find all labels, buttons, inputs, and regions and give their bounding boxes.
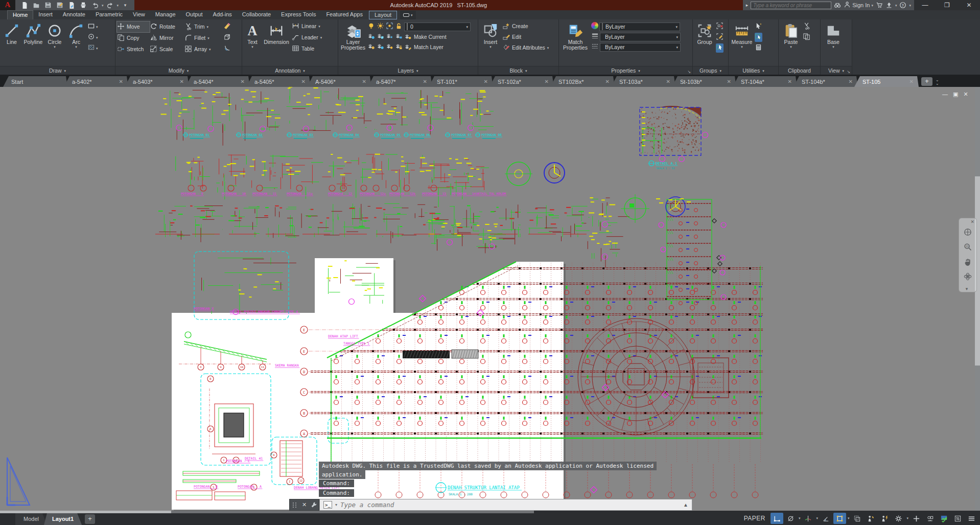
ribbon-table-button[interactable]: Table	[292, 44, 322, 53]
ribbon-tab-express-tools[interactable]: Express Tools	[276, 10, 321, 19]
doc-close-button[interactable]: ✕	[963, 91, 968, 98]
ribbon-layer-properties-button[interactable]: Layer Properties	[340, 21, 366, 66]
undo-button[interactable]	[90, 1, 100, 10]
ribbon-panel-modify-footer[interactable]: Modify▾	[115, 66, 242, 75]
close-icon[interactable]: ✕	[605, 79, 610, 84]
qat-customize-button[interactable]: ▾	[120, 1, 130, 10]
file-tab-st102bx[interactable]: ST102Bx*✕	[550, 76, 615, 87]
ribbon-linear-button[interactable]: Linear▾	[292, 22, 322, 30]
close-command-line-icon[interactable]: ✕	[299, 499, 309, 510]
ribbon-edit-attributes-button[interactable]: Edit Attributes▾	[502, 43, 549, 52]
file-tab-a-5404[interactable]: a-5404*✕	[185, 76, 250, 87]
vertical-scrollbar[interactable]	[975, 87, 980, 511]
close-icon[interactable]: ✕	[849, 79, 853, 84]
ribbon-trim-button[interactable]: Trim▾	[184, 21, 223, 32]
annotation-monitor-icon[interactable]	[910, 513, 923, 524]
command-expand-icon[interactable]: ▲	[683, 502, 688, 508]
paper-space-toggle[interactable]: PAPER	[744, 515, 765, 522]
ribbon-panel-clipboard-footer[interactable]: Clipboard	[779, 66, 820, 75]
new-file-button[interactable]	[19, 1, 30, 10]
ribbon-cut-button[interactable]	[803, 22, 810, 31]
grid-display-icon[interactable]	[784, 513, 797, 524]
layer-combo[interactable]: 0▾	[404, 22, 471, 31]
ribbon-tab-add-ins[interactable]: Add-ins	[208, 10, 237, 19]
search-button[interactable]	[834, 2, 841, 9]
ribbon-panel-block-footer[interactable]: Block▾	[478, 66, 558, 75]
workspace-switching-icon[interactable]	[892, 513, 905, 524]
ribbon-tab-home[interactable]: Home	[7, 10, 33, 19]
file-tab-st-104a[interactable]: ST-104a*✕	[733, 76, 797, 87]
close-icon[interactable]: ✕	[180, 79, 184, 84]
ribbon-tab-insert[interactable]: Insert	[33, 10, 58, 19]
file-tab-st-104b[interactable]: ST-104b*✕	[794, 76, 858, 87]
infocenter-toggle-icon[interactable]: ▸	[746, 3, 749, 8]
command-input[interactable]	[340, 501, 680, 509]
orbit-icon[interactable]	[963, 272, 972, 283]
doc-restore-button[interactable]: ▣	[953, 91, 958, 98]
ribbon-tab-annotate[interactable]: Annotate	[58, 10, 90, 19]
application-menu-button[interactable]: A	[0, 0, 15, 10]
close-icon[interactable]: ✕	[909, 79, 914, 84]
ribbon-panel-layers-footer[interactable]: Layers▾	[338, 66, 478, 75]
ribbon-group-button[interactable]: Group	[694, 21, 715, 66]
file-tab-st-103b[interactable]: St-103b*✕	[672, 76, 736, 87]
pan-icon[interactable]	[963, 257, 972, 268]
ribbon-tab-collaborate[interactable]: Collaborate	[237, 10, 276, 19]
sign-in-button[interactable]: Sign In▾	[844, 1, 873, 9]
file-tab-st-105[interactable]: ST-105✕	[854, 76, 919, 87]
file-tab-start[interactable]: Start	[3, 76, 67, 87]
file-tab-a-5402[interactable]: a-5402*✕	[64, 76, 128, 87]
close-icon[interactable]: ✕	[241, 79, 245, 84]
autodesk-exchange-button[interactable]	[885, 2, 893, 9]
ribbon-make-current-button[interactable]: Make Current	[404, 33, 447, 41]
zoom-icon[interactable]: 2D	[963, 242, 972, 254]
close-icon[interactable]: ✕	[666, 79, 670, 84]
ribbon-line-button[interactable]: Line	[2, 21, 22, 66]
new-drawing-tab-button[interactable]: +	[921, 77, 932, 86]
selection-cycling-icon[interactable]	[851, 513, 864, 524]
ribbon-leader-button[interactable]: Leader▾	[292, 33, 322, 41]
ribbon-create-block-button[interactable]: Create	[502, 22, 549, 30]
ribbon-display-toggle[interactable]: ▾	[400, 11, 416, 19]
minimize-button[interactable]: —	[914, 0, 936, 10]
ribbon-panel-groups-footer[interactable]: Groups▾	[693, 66, 728, 75]
plot-button[interactable]	[66, 1, 77, 10]
ribbon-panel-utilities-footer[interactable]: Utilities▾	[729, 66, 778, 75]
ribbon-paste-button[interactable]: Paste▾	[780, 21, 802, 66]
drag-handle-icon[interactable]	[293, 503, 297, 508]
ribbon-tab-view[interactable]: View	[128, 10, 150, 19]
ribbon-centerline-button[interactable]: ▾	[87, 33, 98, 42]
ribbon-copy-clip-button[interactable]	[803, 33, 810, 42]
ribbon-fillet-button[interactable]: Fillet▾	[184, 33, 223, 43]
ribbon-quick-select-button[interactable]	[755, 22, 762, 31]
file-tab-overflow-icon[interactable]: ⌄⌄	[936, 78, 939, 85]
lineweight-combo[interactable]: ByLayer▾	[600, 43, 681, 52]
drawing-area[interactable]: EEDCBA891011BA1L211AI12POTONGAN 01POTONG…	[0, 87, 980, 511]
view-launcher-icon[interactable]: ↘	[847, 70, 850, 74]
ribbon-tab-parametric[interactable]: Parametric	[90, 10, 128, 19]
ribbon-panel-draw-footer[interactable]: Draw▾	[0, 66, 115, 75]
ribbon-offset-button[interactable]	[223, 44, 236, 54]
recent-commands-icon[interactable]: ▾	[335, 503, 337, 507]
restore-button[interactable]: ❐	[936, 0, 958, 10]
object-color-combo[interactable]: ByLayer▾	[599, 22, 680, 31]
file-tab-st-101[interactable]: ST-101*✕	[429, 76, 493, 87]
doc-minimize-button[interactable]: —	[942, 91, 948, 98]
ribbon-match-properties-button[interactable]: Match Properties	[561, 21, 590, 66]
ribbon-array-button[interactable]: Array▾	[184, 44, 223, 55]
new-layout-button[interactable]: +	[85, 514, 95, 524]
close-icon[interactable]: ✕	[484, 79, 488, 84]
ribbon-measure-button[interactable]: Measure▾	[730, 21, 754, 66]
ribbon-tab-layout[interactable]: Layout	[369, 11, 397, 19]
close-icon[interactable]: ✕	[301, 79, 306, 84]
ribbon-polyline-button[interactable]: Polyline	[23, 21, 43, 66]
close-icon[interactable]: ✕	[545, 79, 549, 84]
ribbon-base-button[interactable]: Base▾	[822, 21, 845, 66]
snap-mode-icon[interactable]	[771, 513, 783, 524]
annotation-visibility-icon[interactable]	[865, 513, 877, 524]
ribbon-dimension-button[interactable]: Dimension	[262, 21, 291, 66]
clean-screen-icon[interactable]	[951, 513, 964, 524]
file-tab-st-103a[interactable]: ST-103a*✕	[611, 76, 675, 87]
navbar-more-icon[interactable]: ▾	[966, 287, 968, 291]
ribbon-quick-calc-button[interactable]	[755, 43, 762, 53]
